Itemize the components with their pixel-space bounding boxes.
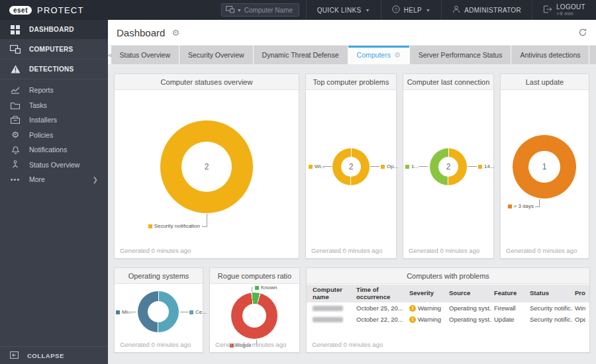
sidebar-item-policies[interactable]: ⚙ Policies <box>0 128 108 143</box>
session-timeout: >9 min <box>556 11 585 17</box>
cell-problem: Windows Secur... <box>573 302 585 314</box>
donut-center-value: 2 <box>446 162 451 171</box>
card-computer-statuses-overview: Computer statuses overview 2 Security no… <box>114 73 299 259</box>
table-row[interactable]: October 25, 20... Warning Operating syst… <box>307 302 589 314</box>
sidebar-item-label: Reports <box>29 86 54 94</box>
legend-swatch <box>508 205 512 208</box>
logout-button[interactable]: LOGOUT >9 min <box>532 0 596 20</box>
tab-settings-gear-icon[interactable]: ⚙ <box>394 51 401 60</box>
generated-note: Generated 0 minutes ago <box>409 247 479 254</box>
sidebar-item-status-overview[interactable]: Status Overview <box>0 158 108 173</box>
logout-label: LOGOUT <box>556 3 585 11</box>
sidebar-item-installers[interactable]: Installers <box>0 113 108 128</box>
notifications-bell-icon <box>10 144 21 155</box>
card-top-computer-problems: Top computer problems 2 Wi... Op... <box>305 73 397 259</box>
table-header-row: Computer name Time of occurrence Severit… <box>307 285 589 302</box>
column-header: Computer name <box>311 285 354 302</box>
column-header: Feature <box>492 288 528 298</box>
sidebar-item-label: More <box>29 175 45 183</box>
legend-swatch <box>381 165 385 169</box>
collapse-button[interactable]: COLLAPSE <box>0 346 108 364</box>
quick-links-menu[interactable]: QUICK LINKS ▼ <box>306 0 381 20</box>
sidebar-item-dashboard[interactable]: DASHBOARD <box>0 20 108 40</box>
sidebar-item-notifications[interactable]: Notifications <box>0 142 108 158</box>
chevron-down-icon[interactable]: ▼ <box>237 8 242 13</box>
legend-security-notification: Security notification <box>148 223 200 229</box>
chevron-down-icon: ▼ <box>426 8 430 13</box>
tab-security-overview[interactable]: Security Overview <box>179 46 253 64</box>
sidebar-item-more[interactable]: ••• More ❯ <box>0 172 108 187</box>
user-icon <box>452 5 460 15</box>
sidebar-item-detections[interactable]: DETECTIONS <box>0 60 108 79</box>
tab-label: Security Overview <box>188 51 244 59</box>
tab-antivirus-detections[interactable]: Antivirus detections <box>511 46 589 64</box>
legend-older-3-days: > 3 days <box>508 203 534 209</box>
legend-label: Wi... <box>315 163 325 169</box>
sidebar-item-label: Policies <box>29 131 53 139</box>
problems-table: Computer name Time of occurrence Severit… <box>307 285 589 325</box>
more-ellipsis-icon: ••• <box>10 174 21 185</box>
card-computer-last-connection: Computer last connection 2 1... 14... <box>403 73 494 259</box>
donut-center-value: 2 <box>349 162 354 171</box>
card-title: Computer statuses overview <box>115 74 299 90</box>
card-title: Top computer problems <box>306 74 396 90</box>
column-header: Severity <box>407 288 447 298</box>
tab-dynamic-threat-defense[interactable]: Dynamic Threat Defense <box>254 46 348 64</box>
legend-swatch <box>148 224 152 228</box>
administrator-menu[interactable]: ADMINISTRATOR <box>441 0 532 20</box>
tab-firewall-detections[interactable]: Firewall detections <box>589 46 596 64</box>
tasks-folder-icon <box>10 100 21 111</box>
cell-status: Security notific... <box>528 302 573 314</box>
sidebar-item-label: Tasks <box>29 101 47 109</box>
computer-search-box[interactable]: ▼ <box>221 3 299 17</box>
brand: eset PROTECT <box>0 0 108 20</box>
refresh-button[interactable] <box>578 28 587 37</box>
legend-label: Security notification <box>154 223 200 229</box>
dashboard-cards: Computer statuses overview 2 Security no… <box>108 64 596 353</box>
dashboard-settings-gear-icon[interactable]: ⚙ <box>172 28 179 38</box>
redacted-computer-name <box>313 317 343 322</box>
legend-swatch <box>255 286 259 290</box>
tab-label: Computers <box>357 51 391 59</box>
tab-computers[interactable]: Computers⚙ <box>348 46 409 64</box>
card-rogue-computers-ratio: Rogue computers ratio Known Rogue <box>209 267 300 353</box>
sidebar-item-label: DASHBOARD <box>29 26 74 33</box>
sidebar-item-label: DETECTIONS <box>29 66 74 73</box>
table-row[interactable]: October 22, 20... Warning Operating syst… <box>307 314 589 325</box>
sidebar-item-computers[interactable]: COMPUTERS <box>0 40 108 60</box>
legend-label: 14... <box>484 163 495 169</box>
legend-label: Op... <box>387 163 398 169</box>
cell-source: Operating syst... <box>447 302 492 314</box>
legend-label: Known <box>261 285 277 291</box>
computers-monitor-icon <box>10 44 21 55</box>
chevron-right-icon: ❯ <box>93 176 98 183</box>
cell-severity: Warning <box>418 316 441 323</box>
legend-left: Wi... <box>309 163 325 169</box>
sidebar-item-label: Installers <box>29 116 57 124</box>
tab-label: Server Performance Status <box>419 51 503 59</box>
redacted-computer-name <box>313 306 343 311</box>
legend-label: Ce... <box>195 309 207 315</box>
donut-center-value: 1 <box>542 162 547 171</box>
generated-note: Generated 0 minutes ago <box>311 247 382 254</box>
sidebar: DASHBOARD COMPUTERS DETECTIONS Reports <box>0 20 108 364</box>
card-title: Operating systems <box>115 268 203 284</box>
search-input[interactable] <box>244 7 295 14</box>
help-label: HELP <box>404 7 422 14</box>
sidebar-item-tasks[interactable]: Tasks <box>0 98 108 113</box>
warning-severity-icon <box>409 316 416 323</box>
computer-icon <box>226 4 234 16</box>
logout-icon <box>543 5 552 15</box>
user-label: ADMINISTRATOR <box>464 7 521 14</box>
help-menu[interactable]: ? HELP ▼ <box>381 0 442 20</box>
quick-links-label: QUICK LINKS <box>317 7 362 14</box>
tab-server-performance-status[interactable]: Server Performance Status <box>410 46 511 64</box>
product-name: PROTECT <box>37 5 84 15</box>
sidebar-item-reports[interactable]: Reports <box>0 83 108 98</box>
cell-feature: Firewall <box>492 302 528 314</box>
donut-center-value: 2 <box>205 162 209 171</box>
tab-status-overview[interactable]: Status Overview <box>111 46 179 64</box>
top-bar: eset PROTECT ▼ QUICK LINKS ▼ ? HELP ▼ <box>0 0 596 20</box>
cell-time: October 22, 20... <box>354 314 407 325</box>
cell-problem: Operating syst... <box>573 314 585 325</box>
